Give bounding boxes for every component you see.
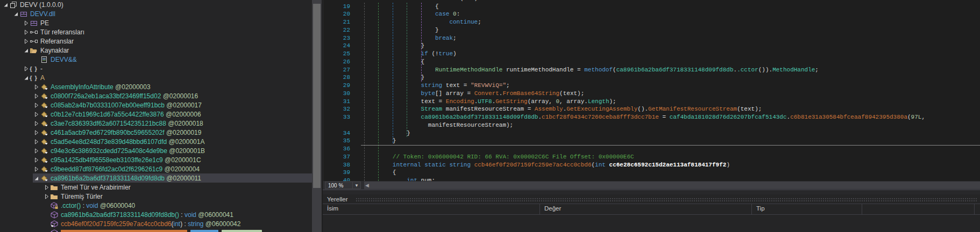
scroll-left-arrow-icon[interactable]: ◀ bbox=[365, 183, 369, 188]
expander-icon[interactable] bbox=[33, 92, 40, 100]
code-line[interactable]: 40int num; bbox=[323, 177, 980, 181]
tree-row[interactable]: PE bbox=[0, 18, 312, 27]
line-number[interactable]: 27 bbox=[323, 66, 350, 74]
code-line[interactable]: manifestResourceStream); bbox=[323, 121, 980, 129]
line-number[interactable]: 31 bbox=[323, 98, 350, 106]
code-line[interactable]: 33ca8961b6a2ba6df3718331148d09fd8db.c1bc… bbox=[323, 113, 980, 121]
line-number[interactable]: 38 bbox=[323, 161, 350, 169]
expander-icon[interactable] bbox=[33, 147, 40, 155]
tree-row[interactable] bbox=[0, 228, 312, 232]
line-number[interactable]: 29 bbox=[323, 82, 350, 90]
expander-icon[interactable] bbox=[23, 47, 30, 54]
line-number[interactable]: 35 bbox=[323, 137, 350, 145]
code-line[interactable]: 21continue; bbox=[323, 18, 980, 26]
code-line[interactable]: 32Stream manifestResourceStream = Assemb… bbox=[323, 105, 980, 113]
zoom-level-select[interactable]: 100 % bbox=[325, 182, 353, 189]
line-number[interactable]: 39 bbox=[323, 169, 350, 177]
expander-icon[interactable] bbox=[33, 120, 40, 127]
code-line[interactable]: 20case 0: bbox=[323, 10, 980, 18]
tree-row[interactable]: c0b12e7cb1969c1d67a55c4422ffe3876 @02000… bbox=[0, 110, 312, 119]
line-number[interactable]: 40 bbox=[323, 177, 350, 181]
expander-icon[interactable] bbox=[33, 165, 40, 173]
expander-icon[interactable] bbox=[12, 10, 19, 18]
code-line[interactable]: 31text = Encoding.UTF8.GetString(array, … bbox=[323, 98, 980, 106]
expander-icon[interactable] bbox=[23, 19, 30, 27]
tree-row[interactable]: ca8961b6a2ba6df3718331148d09fd8db() : vo… bbox=[0, 210, 312, 219]
expander-icon[interactable] bbox=[23, 74, 30, 82]
tree-row[interactable]: DEVV&& bbox=[0, 55, 312, 64]
expander-icon[interactable] bbox=[23, 65, 30, 73]
tree-row[interactable]: Türemiş Türler bbox=[0, 192, 312, 201]
expander-icon[interactable] bbox=[33, 156, 40, 164]
code-line[interactable]: 34} bbox=[323, 129, 980, 137]
expander-icon[interactable] bbox=[43, 193, 50, 200]
expander-icon[interactable] bbox=[23, 38, 30, 45]
tree-row[interactable]: ccb46ef0f20d7159fc259e7ac4cc0cbd6(int) :… bbox=[0, 219, 312, 228]
line-number[interactable]: 32 bbox=[323, 105, 350, 113]
column-header-type[interactable]: Tip bbox=[752, 204, 862, 214]
code-line[interactable]: 30byte[] array = Convert.FromBase64Strin… bbox=[323, 90, 980, 98]
code-line[interactable]: 39{ bbox=[323, 169, 980, 177]
column-header-name[interactable]: İsim bbox=[323, 204, 540, 214]
expander-icon[interactable] bbox=[43, 184, 50, 191]
expander-icon[interactable] bbox=[33, 175, 40, 182]
expander-icon[interactable] bbox=[33, 83, 40, 91]
decompiled-code-editor[interactable]: switch (num)19{20case 0:21continue;22}23… bbox=[323, 0, 980, 190]
code-line[interactable]: 38internal static string ccb46ef0f20d715… bbox=[323, 161, 980, 169]
code-line[interactable]: 35} bbox=[323, 137, 980, 145]
code-lines[interactable]: switch (num)19{20case 0:21continue;22}23… bbox=[323, 0, 980, 181]
code-line[interactable]: 28} bbox=[323, 74, 980, 82]
line-number[interactable]: 26 bbox=[323, 58, 350, 66]
code-line[interactable]: 25if (!true) bbox=[323, 50, 980, 58]
locals-panel-titlebar[interactable]: Yereller bbox=[323, 194, 980, 204]
expander-icon[interactable] bbox=[33, 111, 40, 118]
tree-row[interactable]: { }- bbox=[0, 64, 312, 73]
tree-row[interactable]: ca8961b6a2ba6df3718331148d09fd8db @02000… bbox=[0, 173, 312, 183]
tree-row[interactable]: c94e3c6c386932cdedd725a408c4de9be @02000… bbox=[0, 146, 312, 155]
tree-row[interactable]: c3ae7c836393df62a607154235121bc88 @02000… bbox=[0, 119, 312, 128]
tree-row[interactable]: AssemblyInfoAttribute @02000003 bbox=[0, 82, 312, 91]
tree-row[interactable]: c95a1425db4f96558eeb3103ffe26e1c9 @02000… bbox=[0, 155, 312, 164]
line-number[interactable]: 30 bbox=[323, 90, 350, 98]
tree-row[interactable]: .cctor() : void @06000040 bbox=[0, 201, 312, 210]
line-number[interactable]: 23 bbox=[323, 34, 350, 42]
line-number[interactable]: 24 bbox=[323, 42, 350, 50]
code-line[interactable]: 19{ bbox=[323, 3, 980, 11]
line-number[interactable]: 28 bbox=[323, 74, 350, 82]
tree-row[interactable]: DEVV.dll bbox=[0, 9, 312, 18]
expander-icon[interactable] bbox=[33, 129, 40, 136]
expander-icon[interactable] bbox=[2, 1, 9, 9]
panel-splitter[interactable] bbox=[323, 190, 980, 194]
locals-table-body[interactable] bbox=[323, 215, 980, 232]
scrollbar-thumb[interactable] bbox=[313, 4, 321, 188]
line-number[interactable]: 21 bbox=[323, 18, 350, 26]
expander-icon[interactable] bbox=[33, 138, 40, 146]
tree-vertical-scrollbar[interactable] bbox=[312, 0, 322, 232]
tree-row[interactable]: c085ab2a4b7b03331007eb00eeff91bcb @02000… bbox=[0, 100, 312, 110]
tree-row[interactable]: { }A bbox=[0, 73, 312, 82]
code-line[interactable]: 29string text = "REVWViQ="; bbox=[323, 82, 980, 90]
line-number[interactable]: 36 bbox=[323, 145, 350, 153]
column-header-value[interactable]: Değer bbox=[540, 204, 752, 214]
tree-row[interactable]: c0800f726a2eb1aca33bf23469ff15d02 @02000… bbox=[0, 91, 312, 100]
tree-row[interactable]: c5ad5e4e8d248d73e839d48bbd6107dfd @02000… bbox=[0, 137, 312, 146]
tree-row[interactable]: DEVV (1.0.0.0) bbox=[0, 0, 312, 9]
line-number[interactable]: 37 bbox=[323, 153, 350, 161]
code-line[interactable]: 36 bbox=[323, 145, 980, 153]
tree-row[interactable]: Referanslar bbox=[0, 37, 312, 46]
code-line[interactable]: 23break; bbox=[323, 34, 980, 42]
horizontal-scrollbar[interactable]: ◀ bbox=[364, 182, 980, 189]
expander-icon[interactable] bbox=[23, 28, 30, 36]
chevron-down-icon[interactable]: ▼ bbox=[353, 182, 361, 189]
code-line[interactable]: 22} bbox=[323, 26, 980, 34]
line-number[interactable]: 19 bbox=[323, 3, 350, 11]
expander-icon[interactable] bbox=[33, 102, 40, 109]
line-number[interactable]: 20 bbox=[323, 10, 350, 18]
code-line[interactable]: 37// Token: 0x06000042 RID: 66 RVA: 0x00… bbox=[323, 153, 980, 161]
line-number[interactable]: 33 bbox=[323, 113, 350, 121]
code-line[interactable]: 24} bbox=[323, 42, 980, 50]
line-number[interactable]: 34 bbox=[323, 129, 350, 137]
tree-row[interactable]: Temel Tür ve Arabirimler bbox=[0, 183, 312, 192]
code-line[interactable]: 27RuntimeMethodHandle runtimeMethodHandl… bbox=[323, 66, 980, 74]
line-number[interactable]: 22 bbox=[323, 26, 350, 34]
